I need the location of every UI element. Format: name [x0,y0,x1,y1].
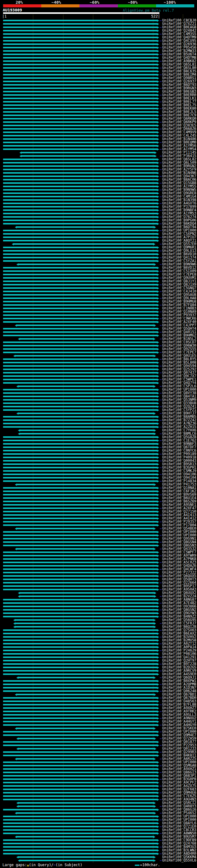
alignment-bar[interactable] [3,717,157,719]
alignment-bar[interactable] [3,701,157,702]
alignment-bar[interactable] [15,623,154,624]
alignment-bar[interactable] [3,687,157,688]
alignment-bar[interactable] [3,629,157,631]
alignment-bar[interactable] [3,287,157,289]
alignment-bar[interactable] [3,511,157,513]
alignment-bar[interactable] [3,335,157,336]
alignment-bar[interactable] [3,321,157,323]
alignment-bar[interactable] [3,721,157,722]
alignment-bar[interactable] [3,782,157,783]
alignment-bar[interactable] [3,616,157,617]
alignment-bar[interactable] [3,589,157,590]
alignment-bar[interactable] [3,409,157,411]
alignment-bar[interactable] [3,792,157,794]
alignment-bar[interactable] [3,613,157,614]
alignment-bar[interactable] [3,731,157,733]
alignment-bar[interactable] [3,582,157,584]
alignment-bar[interactable] [3,833,157,834]
alignment-bar[interactable] [3,372,157,373]
alignment-bar[interactable] [3,778,157,780]
alignment-bar[interactable] [3,829,157,831]
alignment-bar[interactable] [3,538,157,539]
alignment-bar[interactable] [3,101,157,102]
alignment-bar[interactable] [19,677,154,678]
alignment-bar[interactable] [3,467,157,468]
alignment-bar[interactable] [3,775,157,777]
alignment-bar[interactable] [3,555,157,556]
alignment-bar[interactable] [17,548,154,550]
alignment-bar[interactable] [3,487,157,489]
alignment-bar[interactable] [3,765,157,766]
alignment-bar[interactable] [3,77,157,79]
alignment-bar[interactable] [3,562,157,563]
alignment-bar[interactable] [3,37,157,38]
alignment-bar[interactable] [3,666,157,668]
alignment-bar[interactable] [3,57,157,59]
alignment-bar[interactable] [3,575,157,577]
alignment-bar[interactable] [3,541,157,543]
alignment-bar[interactable] [3,599,157,600]
alignment-bar[interactable] [3,131,157,133]
alignment-bar[interactable] [3,74,157,75]
alignment-bar[interactable] [3,406,157,407]
alignment-bar[interactable] [3,253,157,255]
alignment-bar[interactable] [17,758,154,760]
alignment-bar[interactable] [3,514,157,516]
alignment-bar[interactable] [3,60,157,62]
alignment-bar[interactable] [3,138,157,140]
alignment-bar[interactable] [20,430,154,431]
alignment-bar[interactable] [3,40,157,41]
alignment-bar[interactable] [3,741,157,743]
alignment-bar[interactable] [3,572,157,573]
alignment-bar[interactable] [3,772,157,773]
alignment-bar[interactable] [22,155,155,157]
alignment-bar[interactable] [3,182,157,184]
alignment-bar[interactable] [3,311,157,313]
alignment-bar[interactable] [3,186,157,187]
alignment-bar[interactable] [14,243,153,245]
alignment-bar[interactable] [3,755,157,756]
alignment-bar[interactable] [3,135,157,136]
alignment-bar[interactable] [3,545,157,546]
alignment-bar[interactable] [3,697,157,699]
alignment-bar[interactable] [3,247,157,248]
alignment-bar[interactable] [19,805,154,807]
alignment-bar[interactable] [19,802,154,804]
alignment-bar[interactable] [3,650,157,651]
alignment-bar[interactable] [17,324,154,326]
alignment-bar[interactable] [19,385,154,387]
alignment-bar[interactable] [3,579,157,580]
alignment-bar[interactable] [3,826,157,827]
alignment-bar[interactable] [3,84,157,86]
alignment-bar[interactable] [17,836,153,838]
alignment-bar[interactable] [3,176,157,177]
alignment-bar[interactable] [3,558,157,560]
alignment-bar[interactable] [3,795,157,797]
alignment-bar[interactable] [3,162,157,163]
alignment-bar[interactable] [3,734,157,736]
alignment-bar[interactable] [3,88,157,89]
alignment-bar[interactable] [3,94,157,96]
alignment-bar[interactable] [3,653,157,655]
alignment-bar[interactable] [3,633,157,634]
alignment-bar[interactable] [3,274,157,275]
alignment-bar[interactable] [3,636,157,638]
alignment-bar[interactable] [3,237,157,238]
alignment-bar[interactable] [3,534,157,536]
alignment-bar[interactable] [3,521,157,523]
alignment-bar[interactable] [3,341,157,343]
alignment-bar[interactable] [3,375,157,377]
alignment-bar[interactable] [20,338,154,340]
alignment-bar[interactable] [3,585,157,587]
alignment-bar[interactable] [3,121,157,123]
alignment-bar[interactable] [3,20,157,21]
alignment-bar[interactable] [3,606,157,607]
alignment-bar[interactable] [3,369,157,370]
alignment-bar[interactable] [3,220,157,221]
alignment-bar[interactable] [3,470,157,472]
alignment-bar[interactable] [3,751,157,753]
alignment-bar[interactable] [3,50,157,52]
alignment-bar[interactable] [3,399,157,401]
alignment-bar[interactable] [3,518,157,519]
alignment-bar[interactable] [3,233,157,235]
